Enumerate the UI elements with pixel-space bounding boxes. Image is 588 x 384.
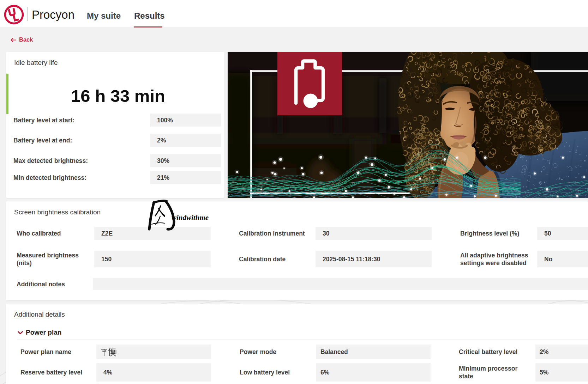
svg-text:windwithme: windwithme <box>172 213 209 222</box>
